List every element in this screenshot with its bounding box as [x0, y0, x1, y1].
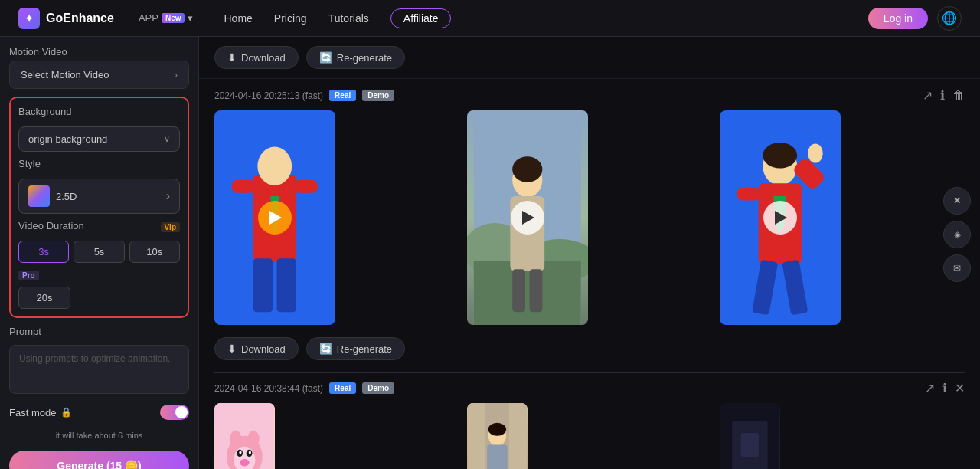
svg-rect-41: [487, 444, 507, 469]
app-menu[interactable]: APP New ▾: [139, 12, 194, 24]
duration-5s[interactable]: 5s: [74, 241, 124, 263]
email-icon: ✉: [953, 263, 961, 274]
video-card-2[interactable]: [467, 110, 588, 325]
svg-point-36: [249, 451, 251, 454]
top-regenerate-label: Re-generate: [337, 52, 392, 64]
top-download-label: Download: [241, 52, 286, 64]
vip-badge: Vip: [161, 222, 180, 232]
background-value: origin background: [28, 133, 107, 145]
email-button[interactable]: ✉: [943, 254, 971, 282]
fast-mode-label: Fast mode: [9, 407, 56, 418]
svg-point-40: [488, 423, 506, 436]
nav-affiliate[interactable]: Affiliate: [390, 8, 452, 28]
fast-mode-toggle[interactable]: [160, 405, 189, 420]
regenerate-button-1[interactable]: 🔄 Re-generate: [306, 337, 405, 360]
video-card-1[interactable]: [214, 110, 335, 325]
svg-point-32: [240, 459, 249, 466]
style-select[interactable]: 2.5D ›: [18, 179, 180, 214]
video-duration-label: Video Duration: [18, 220, 84, 231]
play-button-1[interactable]: [258, 201, 292, 235]
video-card-4[interactable]: [214, 403, 275, 469]
background-section: Background origin background ∨ Style 2.5…: [9, 97, 189, 318]
background-select[interactable]: origin background ∨: [18, 126, 180, 152]
logo-text: GoEnhance: [46, 11, 114, 25]
right-float-buttons: ✕ ◈ ✉: [943, 187, 975, 282]
nav-tutorials[interactable]: Tutorials: [328, 12, 369, 25]
svg-point-2: [257, 147, 292, 185]
duration-20s[interactable]: 20s: [18, 287, 70, 309]
pro-badge: Pro: [18, 271, 39, 280]
x-social-button[interactable]: ✕: [943, 187, 971, 215]
delete-icon-1[interactable]: 🗑: [952, 89, 965, 103]
select-motion-video-text: Select Motion Video: [21, 69, 109, 80]
globe-icon: 🌐: [942, 11, 957, 25]
prompt-section: Prompt: [9, 326, 189, 394]
video-card-3[interactable]: [720, 110, 841, 325]
gallery-header-2: 2024-04-16 20:38:44 (fast) Real Demo ↗ ℹ…: [214, 373, 965, 395]
new-badge: New: [162, 13, 185, 23]
main-layout: Motion Video Select Motion Video › Backg…: [0, 37, 980, 469]
svg-rect-44: [741, 433, 759, 457]
header: ✦ GoEnhance APP New ▾ Home Pricing Tutor…: [0, 0, 980, 37]
svg-point-29: [230, 431, 242, 448]
prompt-input[interactable]: [9, 345, 189, 394]
style-chevron-icon: ›: [166, 189, 170, 203]
regenerate-label-1: Re-generate: [337, 343, 392, 355]
gallery-actions-1: ↗ ℹ 🗑: [923, 88, 965, 103]
tag-demo-2: Demo: [362, 382, 394, 394]
duration-buttons: 3s 5s 10s: [18, 241, 180, 263]
background-chevron-icon: ∨: [164, 134, 170, 144]
duration-10s[interactable]: 10s: [129, 241, 180, 263]
tag-real-2: Real: [329, 382, 356, 394]
download-button-1[interactable]: ⬇ Download: [214, 337, 299, 360]
style-name: 2.5D: [56, 191, 77, 202]
top-regenerate-button[interactable]: 🔄 Re-generate: [306, 46, 405, 69]
select-motion-video-button[interactable]: Select Motion Video ›: [9, 61, 189, 89]
login-button[interactable]: Log in: [868, 8, 928, 29]
share-icon-1[interactable]: ↗: [923, 88, 933, 103]
content-area: ⬇ Download 🔄 Re-generate 2024-04-16 20:2…: [199, 37, 980, 469]
discord-icon: ◈: [954, 229, 961, 240]
language-button[interactable]: 🌐: [937, 6, 962, 31]
duration-3s[interactable]: 3s: [18, 241, 69, 263]
svg-rect-3: [253, 258, 273, 312]
style-label: Style: [18, 158, 180, 169]
time-estimate: it will take about 6 mins: [9, 431, 189, 440]
share-icon-2[interactable]: ↗: [925, 381, 935, 395]
top-download-button[interactable]: ⬇ Download: [214, 46, 299, 69]
info-icon-1[interactable]: ℹ: [940, 88, 945, 103]
play-button-3[interactable]: [763, 201, 797, 235]
generate-button[interactable]: Generate (15 🪙): [9, 451, 189, 469]
video-grid-2: [214, 403, 965, 469]
tag-demo-1: Demo: [362, 90, 394, 101]
nav-pricing[interactable]: Pricing: [274, 12, 307, 25]
discord-button[interactable]: ◈: [943, 221, 971, 248]
svg-rect-16: [530, 269, 543, 312]
close-icon-2[interactable]: ✕: [955, 381, 965, 395]
app-chevron-icon: ▾: [188, 12, 193, 24]
download-icon-1: ⬇: [227, 343, 237, 355]
background-label: Background: [18, 106, 180, 117]
download-icon: ⬇: [227, 51, 237, 64]
motion-video-section: Motion Video Select Motion Video ›: [9, 46, 189, 89]
play-triangle-1: [270, 211, 282, 225]
svg-rect-15: [512, 269, 525, 312]
nav-home[interactable]: Home: [224, 12, 252, 25]
play-button-2[interactable]: [511, 201, 544, 235]
lock-icon: 🔒: [60, 407, 72, 418]
info-icon-2[interactable]: ℹ: [942, 381, 947, 395]
gallery-row-2: 2024-04-16 20:38:44 (fast) Real Demo ↗ ℹ…: [199, 373, 980, 469]
regen-icon-1: 🔄: [319, 343, 332, 355]
video-card-6[interactable]: [720, 403, 780, 469]
nav: Home Pricing Tutorials Affiliate: [224, 8, 451, 28]
style-thumbnail: [28, 185, 50, 207]
download-label-1: Download: [241, 343, 286, 355]
regenerate-icon: 🔄: [319, 51, 332, 64]
svg-point-13: [512, 156, 542, 182]
gallery-header-1: 2024-04-16 20:25:13 (fast) Real Demo ↗ ℹ…: [214, 88, 965, 103]
fast-mode-row: Fast mode 🔒: [9, 402, 189, 423]
logo-icon: ✦: [18, 8, 40, 29]
svg-rect-6: [232, 180, 256, 193]
top-action-bar: ⬇ Download 🔄 Re-generate: [199, 37, 980, 79]
video-card-5[interactable]: [467, 403, 528, 469]
